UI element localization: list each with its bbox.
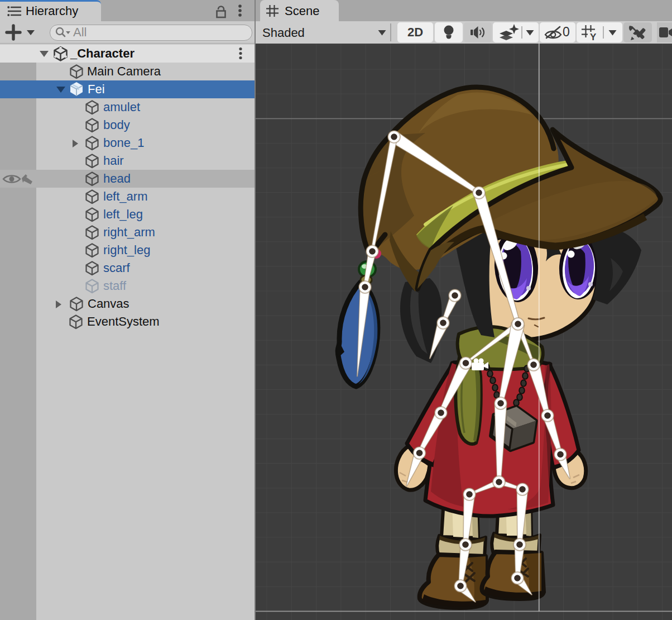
svg-text:Y: Y <box>590 32 597 41</box>
